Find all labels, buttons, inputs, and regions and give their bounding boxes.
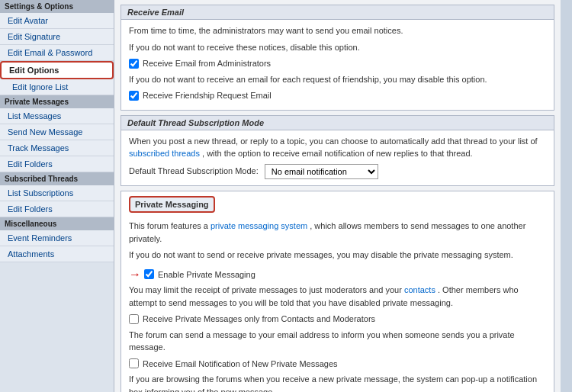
sidebar-item-list-messages[interactable]: List Messages (0, 108, 114, 124)
default-thread-text1b: , with the option to receive email notif… (202, 149, 473, 158)
receive-email-admins-label: Receive Email from Administrators (143, 57, 271, 70)
pm-text2: If you do not want to send or receive pr… (129, 249, 546, 262)
private-messaging-body: Private Messaging This forum features a … (121, 191, 554, 393)
sidebar-section-private-messages: Private Messages (0, 95, 114, 108)
sidebar-section-subscribed-threads: Subscribed Threads (0, 172, 114, 185)
default-thread-text1: When you post a new thread, or reply to … (129, 135, 546, 160)
receive-email-text2: If you do not want to receive these noti… (129, 41, 546, 54)
sidebar-item-edit-avatar[interactable]: Edit Avatar (0, 13, 114, 29)
private-messaging-section: Private Messaging This forum features a … (121, 191, 554, 393)
sidebar-item-edit-signature[interactable]: Edit Signature (0, 29, 114, 45)
pm-contacts-checkbox[interactable] (129, 314, 139, 324)
default-thread-section: Default Thread Subscription Mode When yo… (121, 115, 554, 186)
pm-contacts-row: Receive Private Messages only from Conta… (129, 313, 546, 326)
receive-email-text3: If you do not want to receive an email f… (129, 73, 546, 86)
enable-pm-checkbox[interactable] (144, 269, 154, 279)
pm-text3: You may limit the receipt of private mes… (129, 284, 546, 309)
sidebar-section-miscellaneous: Miscellaneous (0, 217, 114, 230)
receive-email-text1: From time to time, the administrators ma… (129, 24, 546, 37)
receive-email-section: Receive Email From time to time, the adm… (121, 5, 554, 111)
pm-text3a: You may limit the receipt of private mes… (129, 285, 402, 294)
sidebar-section-settings: Settings & Options (0, 0, 114, 13)
sidebar-item-track-messages[interactable]: Track Messages (0, 140, 114, 156)
enable-pm-label: Enable Private Messaging (158, 268, 255, 281)
sidebar-item-edit-folders[interactable]: Edit Folders (0, 156, 114, 172)
receive-friendship-checkbox[interactable] (129, 91, 139, 101)
pm-text5: If you are browsing the forums when you … (129, 373, 546, 392)
pm-highlight-label: Private Messaging (129, 196, 215, 214)
sidebar-item-edit-ignore-list[interactable]: Edit Ignore List (0, 79, 114, 95)
receive-email-title: Receive Email (121, 5, 554, 20)
enable-pm-row: → Enable Private Messaging (129, 265, 546, 284)
dropdown-label: Default Thread Subscription Mode: (129, 165, 259, 178)
thread-subscription-dropdown[interactable]: No email notificationInstant email notif… (265, 164, 378, 179)
default-thread-text1a: When you post a new thread, or reply to … (129, 137, 538, 146)
receive-friendship-row: Receive Friendship Request Email (129, 89, 546, 102)
receive-email-admins-checkbox[interactable] (129, 59, 139, 69)
sidebar: Settings & Options Edit Avatar Edit Sign… (0, 0, 114, 392)
default-thread-dropdown-row: Default Thread Subscription Mode: No ema… (129, 164, 546, 179)
pm-text1a: This forum features a (129, 221, 208, 230)
receive-email-admins-row: Receive Email from Administrators (129, 57, 546, 70)
enable-pm-checkbox-row: Enable Private Messaging (144, 268, 255, 281)
enable-pm-arrow: → (129, 265, 141, 284)
pm-email-notif-checkbox[interactable] (129, 358, 139, 368)
contacts-link[interactable]: contacts (404, 285, 435, 294)
subscribed-threads-link[interactable]: subscribed threads (129, 149, 200, 158)
sidebar-item-event-reminders[interactable]: Event Reminders (0, 230, 114, 246)
receive-email-body: From time to time, the administrators ma… (121, 20, 554, 110)
pm-text1: This forum features a private messaging … (129, 220, 546, 245)
sidebar-item-attachments[interactable]: Attachments (0, 246, 114, 262)
pm-text4: The forum can send a message to your ema… (129, 329, 546, 354)
default-thread-body: When you post a new thread, or reply to … (121, 130, 554, 185)
pm-email-notif-row: Receive Email Notification of New Privat… (129, 358, 546, 371)
main-content: Receive Email From time to time, the adm… (114, 0, 561, 392)
receive-friendship-label: Receive Friendship Request Email (143, 89, 272, 102)
sidebar-item-edit-email-password[interactable]: Edit Email & Password (0, 45, 114, 61)
sidebar-item-send-new-message[interactable]: Send New Message (0, 124, 114, 140)
sidebar-item-edit-folders-sub[interactable]: Edit Folders (0, 201, 114, 217)
pm-email-notif-label: Receive Email Notification of New Privat… (143, 358, 338, 371)
right-gutter (561, 0, 572, 392)
pm-contacts-label: Receive Private Messages only from Conta… (143, 313, 375, 326)
pm-system-link[interactable]: private messaging system (210, 221, 307, 230)
default-thread-title: Default Thread Subscription Mode (121, 116, 554, 130)
sidebar-item-list-subscriptions[interactable]: List Subscriptions (0, 185, 114, 201)
sidebar-item-edit-options[interactable]: Edit Options (0, 61, 114, 79)
